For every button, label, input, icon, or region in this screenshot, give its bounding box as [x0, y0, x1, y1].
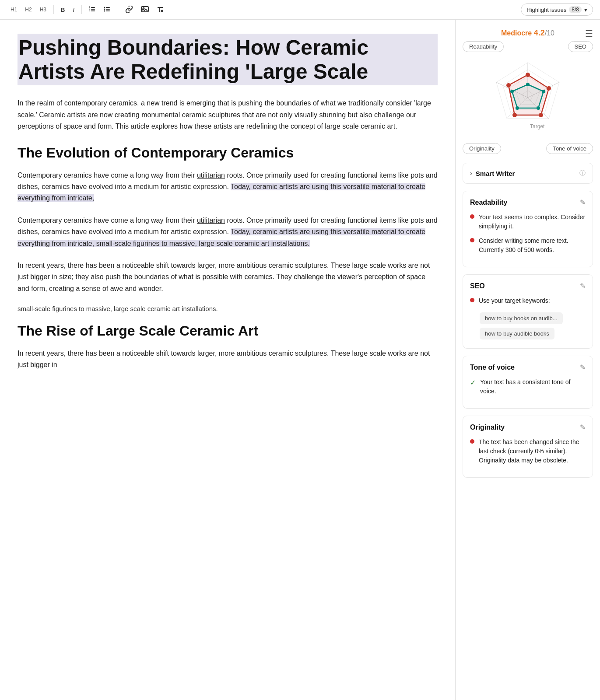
editor-pane[interactable]: Pushing Boundaries: How Ceramic Artists … [0, 20, 456, 700]
originality-edit-icon[interactable]: ✎ [580, 423, 586, 431]
tone-text: Your text has a consistent tone of voice… [480, 378, 586, 396]
highlight-issues-button[interactable]: Highlight issues 8/8 ▾ [521, 4, 593, 16]
para2: Contemporary ceramics have come a long w… [18, 215, 438, 249]
seo-edit-icon[interactable]: ✎ [580, 282, 586, 290]
svg-text:Target: Target [530, 123, 545, 130]
readability-edit-icon[interactable]: ✎ [580, 198, 586, 206]
readability-header: Readability ✎ [470, 198, 586, 206]
section2-heading: The Rise of Large Scale Ceramic Art [18, 323, 438, 339]
svg-point-10 [104, 10, 105, 11]
main-container: Pushing Boundaries: How Ceramic Artists … [0, 20, 600, 700]
originality-item: The text has been changed since the last… [470, 438, 586, 465]
list-unordered-icon [104, 6, 111, 13]
bold-button[interactable]: B [57, 5, 68, 15]
para4: In recent years, there has been a notice… [18, 348, 438, 371]
h2-button[interactable]: H2 [21, 5, 35, 14]
image-icon [141, 6, 149, 13]
chevron-right-icon[interactable]: › [470, 170, 472, 177]
svg-rect-0 [91, 7, 95, 8]
seo-panel: SEO ✎ Use your target keywords: how to b… [463, 274, 593, 349]
divider-1 [53, 5, 54, 14]
link-button[interactable] [122, 4, 137, 16]
readability-text-1: Your text seems too complex. Consider si… [479, 213, 586, 231]
sidebar: ☰ Mediocre 4.2/10 Readability SEO [456, 20, 600, 700]
ordered-list-button[interactable]: 1 2 3 [85, 4, 99, 16]
article-intro: In the realm of contemporary ceramics, a… [18, 98, 438, 132]
underline-word-2: utilitarian [197, 217, 225, 224]
svg-point-30 [526, 73, 530, 77]
readability-panel: Readability ✎ Your text seems too comple… [463, 191, 593, 267]
tone-edit-icon[interactable]: ✎ [580, 363, 586, 371]
svg-rect-11 [106, 10, 110, 11]
insert-buttons [122, 4, 167, 16]
unordered-list-button[interactable] [100, 4, 114, 16]
seo-item-1: Use your target keywords: [470, 296, 586, 305]
svg-point-35 [526, 83, 530, 86]
originality-title: Originality [470, 424, 505, 431]
h3-button[interactable]: H3 [36, 5, 50, 14]
list-ordered-icon: 1 2 3 [89, 6, 96, 13]
keyword-pill-1: how to buy books on audib... [480, 312, 563, 324]
list-buttons: 1 2 3 [85, 4, 114, 16]
radar-chart: Target [463, 54, 593, 141]
svg-point-6 [104, 7, 105, 8]
radar-tag-readability[interactable]: Readability [463, 41, 504, 52]
readability-text-2: Consider writing some more text. Current… [479, 236, 586, 255]
svg-point-34 [506, 83, 511, 88]
svg-point-33 [512, 113, 517, 117]
article-title: Pushing Boundaries: How Ceramic Artists … [18, 34, 438, 85]
radar-tag-seo[interactable]: SEO [568, 41, 593, 52]
svg-point-32 [539, 113, 543, 117]
smart-writer-label: Smart Writer [476, 170, 515, 177]
score-denom: /10 [545, 29, 554, 37]
section1-heading: The Evolution of Contemporary Ceramics [18, 145, 438, 161]
link-icon [125, 6, 133, 13]
svg-rect-1 [91, 9, 95, 10]
svg-point-8 [104, 8, 105, 10]
tone-header: Tone of voice ✎ [470, 363, 586, 371]
svg-rect-7 [106, 7, 110, 8]
score-mediocre: Mediocre [501, 29, 532, 37]
tone-panel: Tone of voice ✎ ✓ Your text has a consis… [463, 356, 593, 409]
originality-red-dot [470, 439, 474, 444]
highlight-label: Highlight issues [526, 7, 566, 13]
underline-word: utilitarian [197, 172, 225, 179]
svg-point-36 [542, 90, 545, 93]
para1: Contemporary ceramics have come a long w… [18, 170, 438, 204]
h1-button[interactable]: H1 [7, 5, 21, 14]
radar-tag-originality[interactable]: Originality [463, 143, 501, 154]
svg-point-31 [547, 86, 551, 91]
smart-writer-section: › Smart Writer ⓘ [463, 163, 593, 184]
para3: In recent years, there has been a notice… [18, 260, 438, 294]
info-icon[interactable]: ⓘ [579, 169, 586, 177]
heading-buttons: H1 H2 H3 [7, 5, 50, 14]
highlighted-sentence-2: Today, ceramic artists are using this ve… [18, 228, 425, 247]
originality-panel: Originality ✎ The text has been changed … [463, 416, 593, 478]
tone-item: ✓ Your text has a consistent tone of voi… [470, 378, 586, 396]
chevron-down-icon: ▾ [584, 7, 587, 13]
readability-item-1: Your text seems too complex. Consider si… [470, 213, 586, 231]
score-label: Mediocre 4.2/10 [463, 28, 593, 38]
keyword-pill-2: how to buy audible books [480, 328, 554, 340]
keyword-pills-container: how to buy books on audib... how to buy … [479, 311, 586, 341]
svg-point-38 [516, 106, 519, 110]
small-para: small-scale figurines to massive, large … [18, 305, 438, 312]
sidebar-menu-icon[interactable]: ☰ [585, 28, 593, 39]
radar-tag-tone[interactable]: Tone of voice [546, 143, 593, 154]
readability-title: Readability [470, 199, 507, 206]
svg-point-39 [510, 90, 514, 93]
svg-point-37 [537, 106, 540, 110]
originality-text: The text has been changed since the last… [479, 438, 586, 465]
toolbar: H1 H2 H3 B I 1 2 3 [0, 0, 600, 20]
image-button[interactable] [137, 4, 152, 16]
svg-rect-9 [106, 9, 110, 10]
readability-item-2: Consider writing some more text. Current… [470, 236, 586, 255]
clear-format-button[interactable] [153, 4, 167, 16]
radar-svg: Target [484, 54, 572, 141]
tone-title: Tone of voice [470, 364, 515, 371]
italic-button[interactable]: I [69, 5, 78, 15]
highlighted-sentence-1: Today, ceramic artists are using this ve… [18, 183, 425, 202]
seo-red-dot [470, 298, 474, 302]
clear-format-icon [157, 6, 164, 13]
score-number: 4.2 [534, 28, 545, 37]
